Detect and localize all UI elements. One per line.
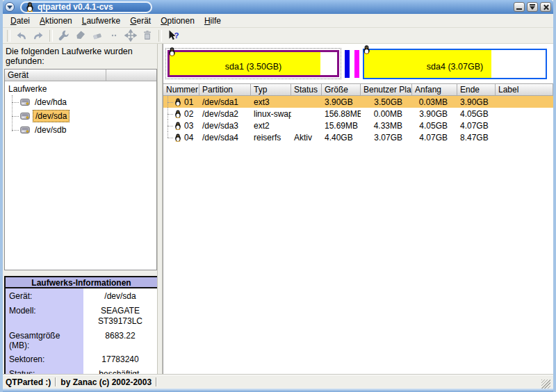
resize-button[interactable]	[106, 28, 122, 43]
partition-bar-sda1-label: sda1 (3.50GB)	[225, 56, 281, 72]
whats-this-icon: ?	[167, 29, 179, 42]
tux-icon	[174, 110, 181, 118]
undo-icon	[15, 29, 28, 42]
menu-laufwerke[interactable]: Laufwerke	[77, 15, 125, 27]
disk-icon	[20, 126, 30, 134]
device-panel: Die folgenden Laufwerke wurden gefunden:…	[3, 44, 157, 375]
minimize-button[interactable]	[514, 2, 525, 12]
column-header-anfang[interactable]: Anfang	[412, 84, 457, 96]
whats-this-button[interactable]: ?	[165, 28, 181, 43]
redo-button[interactable]	[30, 28, 47, 43]
column-header-nummer[interactable]: Nummer	[163, 84, 199, 96]
menu-geraet[interactable]: Gerät	[125, 15, 156, 27]
disk-icon	[20, 112, 30, 120]
toolbar-separator	[158, 30, 162, 42]
column-header-ende[interactable]: Ende	[457, 84, 496, 96]
status-separator	[156, 377, 157, 386]
partition-bar-sda2[interactable]	[345, 50, 350, 78]
undo-button[interactable]	[13, 28, 30, 43]
partition-table: Nummer Partition Typ Status Größe Benutz…	[163, 84, 553, 375]
column-header-status[interactable]: Status	[291, 84, 322, 96]
toolbar-handle[interactable]	[7, 30, 10, 42]
status-credit-label: by Zanac (c) 2002-2003	[60, 377, 152, 387]
tux-icon	[174, 98, 181, 106]
tree-item-dev-sdb[interactable]: /dev/sdb	[12, 123, 155, 137]
device-label-selected: /dev/sda	[33, 110, 70, 122]
info-value-gesamtgroesse: 8683.22	[83, 328, 157, 352]
menubar: Datei Aktionen Laufwerke Gerät Optionen …	[3, 14, 553, 28]
column-header-benutzer-platz[interactable]: Benutzer Platz	[361, 84, 412, 96]
window-bottom-border	[3, 389, 553, 392]
table-row-sda1[interactable]: 01 /dev/sda1 ext3 3.90GB 3.50GB 0.03MB 3…	[163, 96, 553, 108]
info-label-modell: Modell:	[6, 303, 83, 328]
tree-item-dev-sda[interactable]: /dev/sda	[12, 109, 155, 123]
device-tree-header[interactable]: Gerät	[5, 70, 156, 81]
partition-bar-sda1-selection[interactable]: sda1 (3.50GB)	[165, 48, 341, 79]
tux-icon	[174, 122, 181, 130]
menu-datei[interactable]: Datei	[6, 15, 35, 27]
device-label: /dev/sdb	[33, 124, 68, 136]
partition-bar-sda4-label: sda4 (3.07GB)	[427, 56, 483, 72]
eraser-icon	[91, 29, 104, 42]
partition-bar-sda1[interactable]: sda1 (3.50GB)	[167, 50, 339, 77]
resize-grip[interactable]	[541, 379, 550, 389]
resize-icon	[108, 29, 120, 42]
property-button[interactable]	[56, 28, 72, 43]
statusbar: QTParted :) by Zanac (c) 2002-2003	[3, 375, 553, 389]
move-button[interactable]	[122, 28, 139, 43]
move-icon	[124, 29, 137, 42]
status-app-label: QTParted :)	[6, 377, 51, 387]
drive-info-panel: Laufwerks-Informationen Gerät: /dev/sda …	[4, 276, 158, 382]
window-title: qtparted v0.4.1-cvs	[38, 2, 113, 12]
disk-icon	[20, 98, 30, 106]
column-header-label[interactable]: Label	[496, 84, 553, 96]
table-row-sda4[interactable]: 04 /dev/sda4 reiserfs Aktiv 4.40GB 3.07G…	[163, 131, 553, 143]
found-devices-label: Die folgenden Laufwerke wurden gefunden:	[4, 46, 157, 69]
partition-bar-sda3[interactable]	[354, 50, 359, 78]
partition-table-header: Nummer Partition Typ Status Größe Benutz…	[163, 84, 553, 96]
info-value-sektoren: 17783240	[83, 352, 157, 366]
column-header-groesse[interactable]: Größe	[322, 84, 361, 96]
trash-icon	[141, 29, 154, 42]
format-icon	[74, 29, 87, 42]
tux-icon	[168, 47, 176, 56]
minimize-icon	[516, 8, 522, 10]
column-header-typ[interactable]: Typ	[251, 84, 291, 96]
geraet-column-header[interactable]: Gerät	[5, 70, 106, 81]
window-controls	[514, 2, 551, 12]
format-button[interactable]	[72, 28, 89, 43]
menu-aktionen[interactable]: Aktionen	[35, 15, 77, 27]
partition-bar-sda4[interactable]: sda4 (3.07GB)	[363, 49, 547, 79]
info-label-gesamtgroesse: Gesamtgröße (MB):	[6, 328, 83, 352]
titlebar[interactable]: qtparted v0.4.1-cvs	[3, 0, 553, 14]
table-row-sda3[interactable]: 03 /dev/sda3 ext2 15.69MB 4.33MB 4.05GB …	[163, 120, 553, 131]
info-value-geraet: /dev/sda	[83, 288, 157, 303]
menu-hilfe[interactable]: Hilfe	[199, 15, 226, 27]
qtparted-window: qtparted v0.4.1-cvs Datei Aktionen Laufw…	[0, 0, 556, 392]
title-pill: qtparted v0.4.1-cvs	[20, 1, 152, 13]
device-label: /dev/hda	[33, 97, 69, 108]
menu-optionen[interactable]: Optionen	[156, 15, 199, 27]
window-menu-button[interactable]	[5, 2, 15, 12]
close-button[interactable]	[540, 2, 551, 12]
table-row-sda2[interactable]: 02 /dev/sda2 linux-swap 156.88MB 0.00MB …	[163, 108, 553, 120]
svg-text:?: ?	[174, 31, 179, 40]
maximize-button[interactable]	[527, 2, 538, 12]
drive-info-title: Laufwerks-Informationen	[6, 277, 157, 288]
column-header-partition[interactable]: Partition	[199, 84, 251, 96]
tree-root-laufwerke[interactable]: Laufwerke	[6, 83, 155, 95]
main-area: Die folgenden Laufwerke wurden gefunden:…	[3, 44, 553, 375]
trash-button[interactable]	[139, 28, 156, 43]
maximize-icon	[530, 4, 535, 10]
redo-icon	[32, 29, 44, 42]
tree-item-dev-hda[interactable]: /dev/hda	[12, 95, 155, 109]
wrench-icon	[58, 29, 70, 42]
partition-bar-view: sda1 (3.50GB) sda4 (3.07GB)	[163, 44, 553, 84]
delete-button[interactable]	[89, 28, 106, 43]
tux-icon	[174, 133, 181, 142]
panel-splitter[interactable]	[157, 44, 163, 375]
info-label-sektoren: Sektoren:	[6, 352, 83, 366]
tux-icon	[363, 45, 370, 54]
status-separator	[55, 377, 56, 386]
device-tree: Gerät Laufwerke /dev/hda /dev/sda	[4, 69, 157, 270]
